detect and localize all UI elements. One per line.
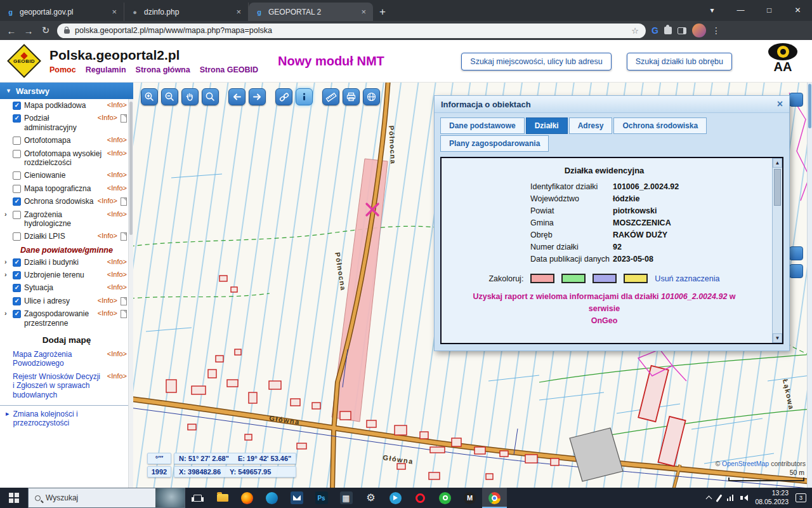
back-button[interactable]: ← — [6, 25, 17, 36]
close-window-button[interactable]: ✕ — [783, 0, 812, 21]
color-swatch-yellow[interactable] — [624, 274, 648, 283]
edge-button[interactable] — [259, 488, 284, 508]
layer-checkbox[interactable] — [13, 297, 21, 305]
new-tab-button[interactable]: + — [373, 3, 392, 21]
info-link[interactable]: <Info> — [107, 271, 127, 278]
layer-row-ortofotomapa[interactable]: Ortofotomapa <Info> — [0, 134, 133, 147]
collapse-icon[interactable]: ▼ — [6, 88, 11, 94]
info-link[interactable]: <Info> — [107, 283, 127, 291]
search-parcel-button[interactable]: Szukaj działki lub obrębu — [627, 53, 732, 70]
info-link[interactable]: <Info> — [107, 171, 127, 178]
tab-plany-zagospodarowania[interactable]: Plany zagospodarowania — [440, 135, 549, 152]
nav-strona-glowna[interactable]: Strona główna — [136, 65, 190, 74]
map-side-button[interactable] — [789, 264, 803, 278]
openstreetmap-link[interactable]: OpenStreetMap — [722, 460, 769, 467]
info-link[interactable]: <Info> — [98, 297, 117, 304]
info-link[interactable]: <Info> — [98, 309, 117, 317]
nav-pomoc[interactable]: Pomoc — [49, 65, 76, 74]
start-button[interactable] — [0, 488, 28, 508]
layer-row-zagrozenia-hydrologiczne[interactable]: › Zagrożenia hydrologiczne <Info> — [0, 208, 133, 231]
page-scrollbar-thumb[interactable] — [808, 84, 811, 128]
settings-button[interactable]: ⚙ — [358, 488, 383, 508]
epsg-button[interactable]: 1992 — [147, 466, 171, 478]
layers-panel-header[interactable]: ▼ Warstwy — [0, 83, 133, 99]
profile-avatar[interactable] — [692, 23, 706, 37]
tab-close-icon[interactable]: × — [360, 7, 367, 17]
tab-search-icon[interactable]: ▾ — [698, 0, 726, 21]
font-size-toggle[interactable]: AA — [763, 60, 803, 73]
layer-checkbox[interactable] — [13, 197, 21, 206]
tab-close-icon[interactable]: × — [110, 7, 118, 17]
tab-close-icon[interactable]: × — [235, 7, 242, 17]
maps-button[interactable]: M — [457, 488, 482, 508]
next-view-button[interactable] — [249, 88, 266, 105]
layer-checkbox[interactable] — [13, 171, 21, 180]
tab-geoportal2-active[interactable]: g GEOPORTAL 2 × — [249, 3, 373, 21]
info-link[interactable]: <Info> — [107, 210, 127, 218]
layer-checkbox[interactable] — [13, 258, 21, 267]
telegram-button[interactable] — [383, 488, 408, 508]
minimize-button[interactable]: — — [726, 0, 755, 21]
popup-scrollbar-thumb[interactable] — [774, 169, 781, 206]
measure-button[interactable] — [322, 88, 339, 105]
tab-ochrona-srodowiska[interactable]: Ochrona środowiska — [613, 117, 707, 134]
map-layer-control-button[interactable] — [789, 93, 803, 107]
layer-row-podzial-administracyjny[interactable]: Podział administracyjny <Info> — [0, 112, 133, 134]
scroll-up-icon[interactable]: ▲ — [773, 158, 782, 168]
layer-checkbox[interactable] — [13, 232, 21, 241]
firefox-button[interactable] — [235, 488, 259, 508]
layer-checkbox[interactable] — [13, 150, 21, 158]
geobid-logo[interactable]: GEOBID — [6, 43, 42, 79]
clear-selection-link[interactable]: Usuń zaznaczenia — [655, 274, 719, 283]
notification-center-button[interactable]: 3 — [796, 493, 806, 502]
address-bar[interactable]: polska.geoportal2.pl/map/www/mapa.php?ma… — [57, 23, 646, 38]
extensions-icon[interactable] — [664, 27, 672, 34]
popup-close-icon[interactable]: × — [777, 98, 783, 110]
chrome-button[interactable] — [482, 488, 507, 508]
layer-row-ochrona-srodowiska[interactable]: Ochrona środowiska <Info> — [0, 195, 133, 208]
info-link[interactable]: <Info> — [107, 350, 127, 358]
zoom-in-button[interactable] — [141, 88, 158, 105]
ongeo-report-link[interactable]: Uzyskaj raport z wieloma informacjami dl… — [442, 288, 767, 326]
tab-dzialki[interactable]: Działki — [526, 117, 568, 134]
info-link[interactable]: <Info> — [107, 136, 127, 144]
layer-row-cieniowanie[interactable]: Cieniowanie <Info> — [0, 169, 133, 182]
info-link[interactable]: <Info> — [107, 101, 127, 109]
tab-dane-podstawowe[interactable]: Dane podstawowe — [440, 117, 525, 134]
legend-doc-icon[interactable] — [121, 232, 127, 241]
zoom-window-button[interactable] — [202, 88, 219, 105]
info-link[interactable]: <Info> — [98, 114, 117, 121]
taskbar-search-box[interactable]: Wyszukaj — [28, 488, 185, 508]
extra-map-flood[interactable]: Mapa Zagrożenia Powodziowego <Info> — [0, 348, 133, 370]
layer-row-mapa-topograficzna[interactable]: Mapa topograficzna <Info> — [0, 182, 133, 195]
coordinate-format-button[interactable]: °′″ — [147, 453, 171, 464]
info-link[interactable]: <Info> — [98, 232, 117, 239]
nav-regulamin[interactable]: Regulamin — [86, 65, 126, 74]
maximize-button[interactable]: □ — [755, 0, 783, 21]
google-icon[interactable]: G — [652, 25, 658, 36]
legend-doc-icon[interactable] — [121, 310, 127, 318]
scroll-down-icon[interactable]: ▼ — [773, 333, 782, 343]
info-link[interactable]: <Info> — [98, 197, 117, 204]
layer-row-sytuacja[interactable]: Sytuacja <Info> — [0, 281, 133, 294]
layer-row-mapa-podkladowa[interactable]: Mapa podkładowa <Info> — [0, 99, 133, 112]
search-address-button[interactable]: Szukaj miejscowości, ulicy lub adresu — [461, 53, 611, 70]
map-side-button[interactable] — [789, 246, 803, 260]
forward-button[interactable]: → — [23, 25, 34, 36]
browser-menu-icon[interactable]: ⋮ — [712, 25, 721, 36]
expand-chevron-icon[interactable]: › — [4, 258, 10, 265]
expand-chevron-icon[interactable]: › — [4, 271, 10, 278]
lock-icon[interactable] — [64, 29, 70, 34]
map-area[interactable]: Północna Północna Główna Główna Łąkowa — [133, 83, 812, 488]
layer-row-dzialki-budynki[interactable]: › Działki i budynki <Info> — [0, 256, 133, 269]
photoshop-button[interactable]: Ps — [309, 488, 334, 508]
expand-chevron-icon[interactable]: › — [4, 210, 10, 218]
side-panel-icon[interactable] — [678, 27, 686, 34]
mail-button[interactable] — [284, 488, 309, 508]
layer-row-dzialki-lpis[interactable]: Działki LPIS <Info> — [0, 230, 133, 243]
info-link[interactable]: <Info> — [107, 149, 127, 157]
reload-button[interactable]: ↻ — [40, 25, 51, 36]
zoom-out-button[interactable] — [161, 88, 178, 105]
sidebar-scrollbar-thumb[interactable] — [129, 102, 133, 235]
layer-checkbox[interactable] — [13, 102, 21, 110]
